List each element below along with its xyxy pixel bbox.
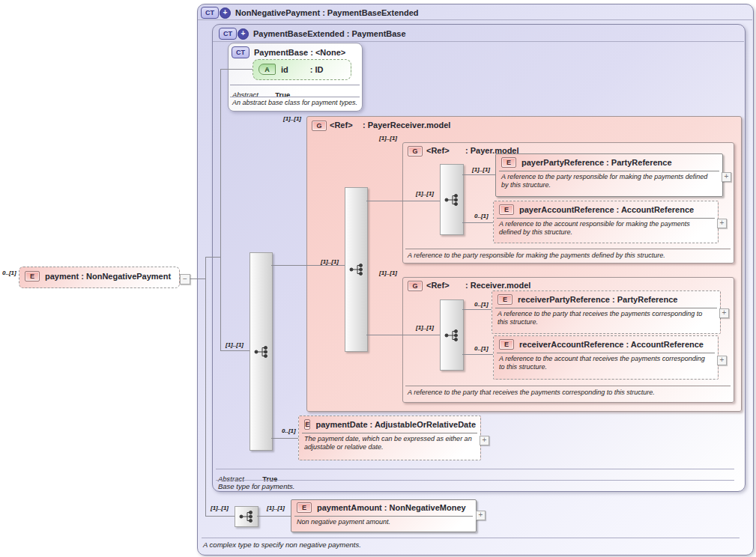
sequence-bar-receiver [440, 299, 464, 371]
sequence-bar-amount [235, 506, 258, 527]
element-receiveraccountreference-doc: A reference to the account that receives… [494, 353, 718, 373]
element-payment-label: payment : NonNegativePayment [45, 272, 171, 281]
element-icon: E [498, 294, 512, 305]
group-payerreceiver-type: : PayerReceiver.model [363, 121, 450, 130]
group-icon: G [408, 281, 423, 291]
group-payerreceiver-ref: <Ref> [330, 121, 353, 130]
abstract-label: Abstract [232, 91, 258, 99]
complextype-nonnegativepayment-title: NonNegativePayment : PaymentBaseExtended [235, 8, 419, 17]
element-receiverpartyreference-box[interactable]: E receiverPartyReference : PartyReferenc… [492, 290, 721, 334]
element-payeraccountreference-box[interactable]: E payerAccountReference : AccountReferen… [493, 201, 719, 243]
expand-toggle-receiverpartyreference[interactable]: + [719, 308, 729, 318]
sequence-bar-payer [440, 164, 464, 235]
cardinality-payeraccountreference: 0..[1] [474, 213, 489, 219]
element-icon: E [25, 271, 40, 281]
attribute-id-name: id [281, 65, 288, 74]
abstract-divider-top [216, 469, 734, 469]
group-icon: G [312, 121, 327, 131]
footer-divider [405, 249, 731, 249]
element-icon: E [499, 339, 514, 350]
cardinality-payment: 0..[1] [2, 270, 16, 276]
abstract-divider-top [230, 85, 360, 85]
complextype-paymentbaseextended-doc: Base type for payments. [218, 482, 294, 490]
element-payerpartyreference-doc: A reference to the party responsible for… [496, 171, 722, 191]
sequence-icon [349, 263, 364, 276]
group-receiver-doc: A reference to the party that receives t… [408, 389, 655, 396]
cardinality-paymentamount: [1]..[1] [267, 505, 285, 511]
sequence-icon [444, 329, 459, 342]
element-paymentdate-box[interactable]: E paymentDate : AdjustableOrRelativeDate… [298, 416, 481, 460]
expand-toggle-payerpartyreference[interactable]: + [722, 172, 731, 182]
element-receiveraccountreference-label: receiverAccountReference : AccountRefere… [519, 340, 704, 349]
group-payer-ref: <Ref> [426, 146, 450, 155]
expand-toggle-receiveraccountreference[interactable]: + [717, 356, 727, 365]
footer-divider [405, 386, 731, 386]
sequence-bar-payerreceiver [345, 187, 368, 352]
complextype-paymentbase-header: CT PaymentBase : <None> [232, 46, 345, 58]
group-receiver-ref: <Ref> [426, 281, 450, 290]
cardinality-payerreceiver-sequence: [1]..[1] [321, 258, 339, 265]
abstract-value: True [275, 91, 290, 99]
group-payer-doc: A reference to the party responsible for… [408, 252, 665, 259]
complex-type-icon: CT [201, 7, 219, 19]
element-receiverpartyreference-label: receiverPartyReference : PartyReference [518, 295, 677, 304]
footer-divider [202, 538, 740, 538]
schema-diagram-canvas: CT+ NonNegativePayment : PaymentBaseExte… [0, 0, 756, 557]
collapse-toggle[interactable]: − [180, 274, 190, 284]
complex-type-icon: CT [232, 46, 250, 58]
sequence-icon [239, 510, 254, 523]
element-payeraccountreference-label: payerAccountReference : AccountReference [519, 205, 694, 214]
cardinality-extension-sequence: [1]..[1] [226, 341, 244, 348]
element-paymentdate-doc: The payment date, which can be expressed… [299, 433, 480, 453]
cardinality-amount-sequence: [1]..[1] [211, 505, 229, 511]
expand-toggle-payeraccountreference[interactable]: + [717, 219, 727, 228]
cardinality-payerpartyreference: [1]..[1] [472, 166, 490, 173]
element-icon: E [304, 419, 310, 430]
cardinality-receiveraccountreference: 0..[1] [474, 345, 489, 352]
complextype-paymentbaseextended-header: CT+ PaymentBaseExtended : PaymentBase [219, 28, 406, 40]
sequence-bar-extension [250, 252, 273, 451]
attribute-id-box[interactable]: A id : ID [252, 59, 351, 80]
cardinality-receiverpartyreference: 0..[1] [474, 301, 489, 308]
element-payerpartyreference-box[interactable]: E payerPartyReference : PartyReference A… [495, 153, 723, 197]
complextype-nonnegativepayment-header: CT+ NonNegativePayment : PaymentBaseExte… [201, 7, 419, 19]
complextype-paymentbase-title: PaymentBase : <None> [254, 48, 345, 57]
element-icon: E [499, 204, 514, 215]
element-payment-box[interactable]: E payment : NonNegativePayment [19, 267, 180, 288]
element-receiverpartyreference-doc: A reference to the party that receives t… [492, 308, 720, 328]
header-divider [213, 41, 744, 42]
expand-toggle-paymentamount[interactable]: + [476, 511, 486, 520]
group-icon: G [408, 146, 423, 156]
cardinality-payer-group: [1]..[1] [379, 135, 397, 141]
element-paymentamount-label: paymentAmount : NonNegativeMoney [317, 503, 466, 512]
cardinality-payer-sequence: [1]..[1] [416, 190, 434, 197]
sequence-icon [254, 345, 269, 359]
attribute-id-type: : ID [310, 65, 324, 74]
expand-toggle-paymentdate[interactable]: + [480, 436, 489, 445]
complextype-paymentbase-doc: An abstract base class for payment types… [232, 99, 357, 106]
sequence-icon [444, 193, 459, 207]
element-icon: E [501, 157, 516, 168]
derived-type-icon: + [220, 7, 231, 19]
derived-type-icon: + [238, 28, 249, 40]
header-divider [198, 19, 752, 20]
element-payerpartyreference-label: payerPartyReference : PartyReference [521, 158, 672, 167]
abstract-divider-bottom [230, 97, 360, 97]
element-payeraccountreference-doc: A reference to the account responsible f… [494, 219, 718, 238]
cardinality-payerreceiver-group: [1]..[1] [283, 115, 301, 122]
group-receiver-type: : Receiver.model [465, 281, 530, 290]
element-paymentdate-label: paymentDate : AdjustableOrRelativeDate [315, 420, 476, 429]
element-icon: E [297, 502, 312, 513]
complex-type-icon: CT [219, 28, 237, 40]
element-receiveraccountreference-box[interactable]: E receiverAccountReference : AccountRefe… [493, 335, 719, 380]
element-paymentamount-doc: Non negative payment amount. [291, 517, 476, 528]
abstract-divider-bottom [216, 480, 734, 481]
complextype-paymentbaseextended-title: PaymentBaseExtended : PaymentBase [253, 29, 406, 38]
attribute-icon: A [258, 64, 276, 75]
cardinality-receiver-sequence: [1]..[1] [416, 324, 434, 331]
cardinality-receiver-group: [1]..[1] [379, 270, 397, 276]
complextype-nonnegativepayment-doc: A complex type to specify non negative p… [203, 541, 361, 549]
element-paymentamount-box[interactable]: E paymentAmount : NonNegativeMoney Non n… [291, 499, 477, 532]
cardinality-paymentdate: 0..[1] [282, 427, 296, 434]
